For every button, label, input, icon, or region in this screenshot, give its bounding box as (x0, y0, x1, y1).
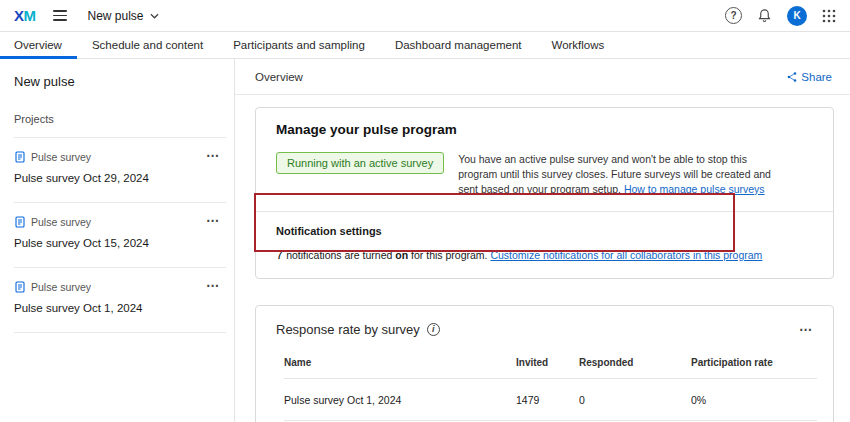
response-rate-table: Name Invited Responded Participation rat… (284, 357, 817, 422)
project-type-label: Pulse survey (31, 281, 91, 293)
tab-workflows[interactable]: Workflows (536, 32, 619, 58)
main-header: Overview Share (235, 59, 850, 95)
sidebar-projects-label: Projects (0, 113, 234, 125)
project-name: Pulse survey Oct 15, 2024 (14, 237, 226, 249)
project-list-item[interactable]: Pulse survey Pulse survey Oct 1, 2024 ⋯ (14, 268, 226, 333)
manage-card-title: Manage your pulse program (276, 122, 813, 137)
manage-pulse-program-card: Manage your pulse program Running with a… (255, 107, 834, 279)
notification-text-1: notifications are turned (283, 249, 395, 261)
notification-settings-section: Notification settings 7 notifications ar… (276, 225, 813, 262)
project-options-icon[interactable]: ⋯ (202, 211, 224, 230)
cell-responded: 0 (579, 394, 691, 406)
program-selector-label: New pulse (88, 9, 144, 23)
notifications-bell-icon[interactable] (757, 8, 772, 23)
project-options-icon[interactable]: ⋯ (202, 146, 224, 165)
project-type-label: Pulse survey (31, 151, 91, 163)
how-to-manage-link[interactable]: How to manage pulse surveys (624, 183, 765, 195)
project-list-item[interactable]: Pulse survey Pulse survey Oct 29, 2024 ⋯ (14, 138, 226, 203)
page-body: New pulse Projects Pulse survey Pulse su… (0, 59, 850, 422)
tab-schedule-and-content[interactable]: Schedule and content (77, 32, 218, 58)
column-header-invited: Invited (516, 357, 579, 368)
tab-overview[interactable]: Overview (0, 32, 77, 58)
share-button[interactable]: Share (784, 69, 834, 85)
sidebar: New pulse Projects Pulse survey Pulse su… (0, 59, 235, 422)
tab-participants-and-sampling[interactable]: Participants and sampling (218, 32, 380, 58)
survey-document-icon (14, 216, 26, 228)
tab-dashboard-management[interactable]: Dashboard management (380, 32, 537, 58)
top-bar: XM New pulse ? K (0, 0, 850, 32)
notification-on-state: on (395, 249, 408, 261)
topbar-left: XM New pulse (14, 6, 163, 25)
project-name: Pulse survey Oct 1, 2024 (14, 302, 226, 314)
column-header-responded: Responded (579, 357, 691, 368)
manage-status-row: Running with an active survey You have a… (276, 152, 813, 197)
help-icon[interactable]: ? (725, 7, 742, 24)
hamburger-menu-icon[interactable] (51, 6, 69, 25)
survey-document-icon (14, 151, 26, 163)
project-type-label: Pulse survey (31, 216, 91, 228)
project-options-icon[interactable]: ⋯ (202, 276, 224, 295)
sidebar-title: New pulse (0, 74, 234, 89)
cell-participation-rate: 0% (691, 394, 817, 406)
info-icon[interactable]: i (427, 323, 440, 336)
table-header-row: Name Invited Responded Participation rat… (284, 357, 817, 379)
avatar-initial: K (793, 10, 800, 21)
project-list-item[interactable]: Pulse survey Pulse survey Oct 15, 2024 ⋯ (14, 203, 226, 268)
card-divider (256, 211, 833, 212)
table-row[interactable]: Pulse survey Oct 1, 2024 1479 0 0% (284, 379, 817, 421)
cell-invited: 1479 (516, 394, 579, 406)
logo-letter-m: M (24, 7, 36, 24)
program-selector[interactable]: New pulse (84, 7, 163, 25)
cell-survey-name: Pulse survey Oct 1, 2024 (284, 394, 516, 406)
response-rate-card: Response rate by survey i ⋯ Name Invited… (255, 305, 834, 422)
response-card-title: Response rate by survey (276, 322, 420, 337)
project-item-header: Pulse survey (14, 216, 226, 228)
status-badge: Running with an active survey (276, 152, 444, 174)
main-panel: Overview Share Manage your pulse program… (235, 59, 850, 422)
project-name: Pulse survey Oct 29, 2024 (14, 172, 226, 184)
app-grid-icon[interactable] (822, 9, 836, 23)
chevron-down-icon (150, 13, 159, 19)
xm-logo[interactable]: XM (14, 8, 36, 23)
response-card-title-wrap: Response rate by survey i (276, 322, 440, 337)
project-item-header: Pulse survey (14, 281, 226, 293)
share-icon (786, 71, 798, 83)
project-item-header: Pulse survey (14, 151, 226, 163)
customize-notifications-link[interactable]: Customize notifications for all collabor… (490, 249, 762, 261)
column-header-name: Name (284, 357, 516, 368)
survey-document-icon (14, 281, 26, 293)
project-list: Pulse survey Pulse survey Oct 29, 2024 ⋯… (14, 137, 226, 333)
notification-text-2: for this program. (408, 249, 490, 261)
manage-description: You have an active pulse survey and won'… (458, 152, 780, 197)
logo-letter-x: X (14, 7, 24, 24)
notification-settings-line: 7 notifications are turned on for this p… (276, 247, 813, 262)
user-avatar[interactable]: K (787, 6, 807, 26)
share-label: Share (801, 71, 832, 83)
main-content: Manage your pulse program Running with a… (235, 95, 850, 422)
notification-settings-heading: Notification settings (276, 225, 813, 237)
topbar-right: ? K (725, 6, 836, 26)
column-header-participation-rate: Participation rate (691, 357, 817, 368)
response-card-header: Response rate by survey i ⋯ (256, 320, 833, 339)
response-card-options-icon[interactable]: ⋯ (795, 320, 817, 339)
tab-nav: Overview Schedule and content Participan… (0, 32, 850, 59)
breadcrumb: Overview (255, 71, 303, 83)
